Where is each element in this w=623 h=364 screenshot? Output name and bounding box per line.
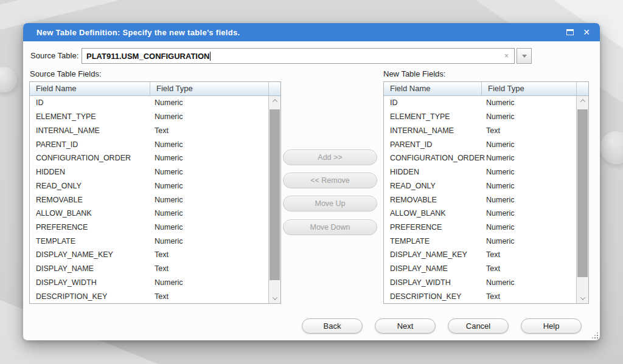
back-button[interactable]: Back — [302, 318, 363, 334]
table-row[interactable]: REMOVABLENumeric — [384, 193, 576, 207]
next-button[interactable]: Next — [375, 318, 436, 334]
field-name-cell: CONFIGURATION_ORDER — [384, 154, 481, 162]
field-type-cell: Numeric — [150, 140, 183, 149]
text-caret — [210, 52, 211, 61]
table-header: Field Name Field Type — [384, 82, 588, 96]
table-row[interactable]: IDNumeric — [384, 96, 576, 110]
table-row[interactable]: DISPLAY_NAME_KEYText — [384, 248, 576, 262]
field-type-cell: Numeric — [481, 237, 515, 246]
vertical-scrollbar[interactable] — [268, 96, 280, 303]
maximize-icon[interactable] — [566, 29, 574, 35]
window-controls: ✕ — [566, 23, 590, 41]
table-row[interactable]: DISPLAY_WIDTHNumeric — [30, 276, 268, 290]
table-row[interactable]: ALLOW_BLANKNumeric — [30, 207, 268, 221]
vertical-scrollbar[interactable] — [576, 96, 588, 303]
field-type-cell: Text — [481, 264, 500, 273]
table-row[interactable]: PARENT_IDNumeric — [30, 137, 268, 151]
scrollbar-thumb[interactable] — [577, 109, 588, 277]
table-body: IDNumericELEMENT_TYPENumericINTERNAL_NAM… — [384, 96, 576, 303]
clear-icon[interactable]: × — [503, 48, 510, 64]
scroll-up-button[interactable] — [269, 96, 280, 106]
table-row[interactable]: DESCRIPTION_KEYText — [384, 289, 576, 303]
field-name-cell: ID — [30, 98, 150, 107]
field-name-cell: ID — [384, 98, 481, 107]
field-type-cell: Text — [481, 126, 500, 135]
table-row[interactable]: DISPLAY_NAMEText — [30, 262, 268, 276]
source-table-value: PLAT911.USM_CONFIGURATION — [86, 52, 209, 61]
table-row[interactable]: ELEMENT_TYPENumeric — [384, 110, 576, 124]
table-row[interactable]: INTERNAL_NAMEText — [30, 123, 268, 137]
close-icon[interactable]: ✕ — [583, 23, 590, 41]
field-name-cell: ALLOW_BLANK — [384, 209, 481, 218]
field-type-cell: Numeric — [150, 278, 183, 287]
help-button[interactable]: Help — [521, 318, 582, 334]
chevron-down-icon — [580, 295, 585, 300]
table-row[interactable]: DISPLAY_NAME_KEYText — [30, 248, 268, 262]
scrollbar-thumb[interactable] — [270, 109, 280, 280]
background-sphere — [600, 131, 623, 164]
field-name-cell: TEMPLATE — [30, 237, 150, 246]
move-down-button[interactable]: Move Down — [283, 219, 377, 235]
resize-grip[interactable] — [591, 332, 598, 338]
chevron-up-icon — [580, 99, 585, 104]
column-header-field-type: Field Type — [150, 82, 268, 95]
field-type-cell: Numeric — [481, 182, 515, 190]
header-scroll-corner — [576, 82, 588, 95]
column-header-field-name: Field Name — [30, 82, 150, 95]
chevron-up-icon — [272, 99, 277, 104]
scroll-down-button[interactable] — [269, 294, 280, 303]
field-type-cell: Numeric — [150, 209, 183, 218]
field-type-cell: Numeric — [481, 112, 515, 121]
table-row[interactable]: CONFIGURATION_ORDERNumeric — [30, 151, 268, 165]
table-row[interactable]: DESCRIPTION_KEYText — [30, 289, 268, 303]
table-row[interactable]: REMOVABLENumeric — [30, 193, 268, 207]
field-name-cell: PREFERENCE — [384, 223, 481, 232]
field-name-cell: INTERNAL_NAME — [384, 126, 481, 135]
dialog-title: New Table Definition: Specify the new ta… — [23, 28, 240, 37]
field-name-cell: READ_ONLY — [30, 182, 150, 190]
field-type-cell: Numeric — [481, 168, 515, 176]
table-row[interactable]: PARENT_IDNumeric — [384, 137, 576, 151]
table-row[interactable]: PREFERENCENumeric — [384, 221, 576, 235]
remove-button[interactable]: << Remove — [283, 173, 377, 188]
table-row[interactable]: TEMPLATENumeric — [384, 234, 576, 248]
background-sphere — [0, 67, 17, 92]
field-type-cell: Numeric — [481, 209, 515, 218]
field-name-cell: DESCRIPTION_KEY — [30, 292, 150, 301]
table-row[interactable]: READ_ONLYNumeric — [384, 179, 576, 193]
table-row[interactable]: TEMPLATENumeric — [30, 234, 268, 248]
field-type-cell: Text — [481, 250, 500, 259]
field-type-cell: Numeric — [150, 196, 183, 204]
field-type-cell: Text — [150, 264, 169, 273]
dialog-titlebar[interactable]: New Table Definition: Specify the new ta… — [23, 23, 600, 41]
chevron-down-icon — [272, 295, 277, 300]
source-fields-label: Source Table Fields: — [30, 69, 102, 78]
table-row[interactable]: DISPLAY_NAMEText — [384, 262, 576, 276]
table-row[interactable]: READ_ONLYNumeric — [30, 179, 268, 193]
table-row[interactable]: HIDDENNumeric — [30, 165, 268, 179]
source-table-dropdown-button[interactable] — [517, 48, 532, 64]
table-row[interactable]: CONFIGURATION_ORDERNumeric — [384, 151, 576, 165]
add-button[interactable]: Add >> — [283, 149, 377, 165]
field-name-cell: ELEMENT_TYPE — [30, 112, 150, 121]
field-type-cell: Numeric — [150, 112, 183, 121]
scroll-down-button[interactable] — [577, 294, 588, 303]
table-row[interactable]: ALLOW_BLANKNumeric — [384, 207, 576, 221]
column-header-field-name: Field Name — [384, 82, 481, 95]
cancel-button[interactable]: Cancel — [448, 318, 509, 334]
table-row[interactable]: DISPLAY_WIDTHNumeric — [384, 276, 576, 290]
table-row[interactable]: ELEMENT_TYPENumeric — [30, 110, 268, 124]
scroll-up-button[interactable] — [577, 96, 588, 106]
field-name-cell: DISPLAY_NAME_KEY — [384, 250, 481, 259]
table-row[interactable]: HIDDENNumeric — [384, 165, 576, 179]
move-up-button[interactable]: Move Up — [283, 196, 377, 211]
table-row[interactable]: IDNumeric — [30, 96, 268, 110]
field-name-cell: READ_ONLY — [384, 182, 481, 190]
new-fields-table: Field Name Field Type IDNumericELEMENT_T… — [383, 81, 589, 304]
source-table-input[interactable]: PLAT911.USM_CONFIGURATION × — [82, 48, 515, 64]
field-name-cell: REMOVABLE — [384, 196, 481, 204]
field-type-cell: Numeric — [481, 196, 515, 204]
table-row[interactable]: INTERNAL_NAMEText — [384, 123, 576, 137]
field-name-cell: DISPLAY_NAME_KEY — [30, 250, 150, 259]
table-row[interactable]: PREFERENCENumeric — [30, 221, 268, 235]
